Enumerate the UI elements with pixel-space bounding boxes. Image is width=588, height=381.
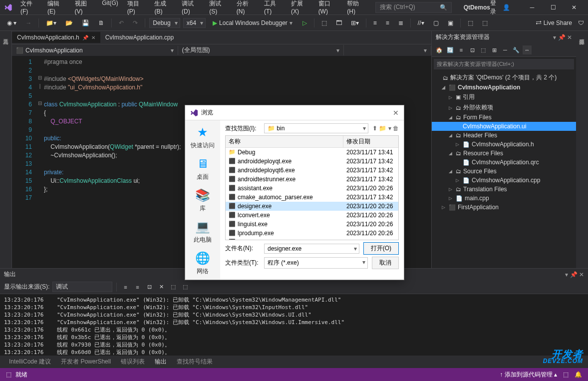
btab-output[interactable]: 输出	[150, 356, 172, 368]
output-text[interactable]: 13:23:20:176 "CvImshowApplication.exe" (…	[0, 294, 588, 356]
save-icon[interactable]: 💾	[79, 18, 92, 28]
redo-icon[interactable]: ↷	[130, 18, 141, 28]
nav-icons[interactable]: ⬆ 📁 ▾ 🗑	[372, 125, 399, 132]
tool-icon[interactable]: ≡	[457, 45, 466, 54]
search-box[interactable]: 搜索 (Ctrl+Q) 🔍	[375, 2, 451, 13]
out-tool-icon[interactable]: ⬚	[181, 283, 190, 292]
close-tab-icon[interactable]: ✕	[91, 35, 95, 40]
dialog-close-icon[interactable]: ✕	[393, 109, 399, 117]
server-tab[interactable]: 服务器资源	[576, 31, 588, 39]
menu-build[interactable]: 生成(B)	[150, 0, 177, 17]
tb-icon-2[interactable]: 🗔	[333, 18, 345, 28]
tb-icon-10[interactable]: ⬚	[465, 18, 476, 28]
place-quick[interactable]: ★快速访问	[191, 124, 215, 150]
file-row[interactable]: ⬛assistant.exe2023/11/20 20:26	[226, 184, 398, 193]
tb-icon-8[interactable]: ▢	[430, 18, 442, 28]
start-debug-button[interactable]: ▶ Local Windows Debugger ▾	[209, 18, 296, 27]
nav-member-combo[interactable]: (全局范围)▾	[178, 45, 344, 55]
out-tool-icon[interactable]: ⊡	[145, 283, 154, 292]
notifications-icon[interactable]: 🔔	[575, 371, 582, 378]
pin-icon[interactable]: 📌	[82, 35, 88, 40]
nav-empty-combo[interactable]: ▾	[344, 46, 431, 55]
solution-search[interactable]: 搜索解决方案资源管理器(Ctrl+;)	[434, 59, 574, 69]
file-row[interactable]: ⬛cmake_automoc_parser.exe2023/11/17 13:4…	[226, 193, 398, 202]
cancel-button[interactable]: 取消	[372, 257, 399, 269]
solution-tree[interactable]: 🗂 解决方案 'QtDemos' (2 个项目，共 2 个) ◢⬛ CvImsh…	[432, 71, 576, 287]
filetype-combo[interactable]: 程序 (*.exe)	[264, 257, 368, 269]
tb-icon-1[interactable]: ⬚	[318, 18, 330, 28]
undo-icon[interactable]: ↶	[116, 18, 127, 28]
toolbox-tab[interactable]: 工具箱	[0, 31, 11, 39]
file-row[interactable]: ⬛androiddeployqt6.exe2023/11/17 13:42	[226, 166, 398, 175]
tab-cvimshow-h[interactable]: CvImshowApplication.h 📌 ✕	[12, 32, 100, 43]
user-icon[interactable]: 👤	[503, 4, 510, 11]
tb-icon-9[interactable]: ▣	[445, 18, 456, 28]
place-lib[interactable]: 📚库	[195, 187, 211, 213]
file-row[interactable]: ⬛androidtestrunner.exe2023/11/17 13:42	[226, 175, 398, 184]
tool-icon[interactable]: ─	[501, 45, 510, 54]
file-row[interactable]: ⬛androiddeployqt.exe2023/11/17 13:42	[226, 157, 398, 166]
nav-back-icon[interactable]: ◉ ▾	[4, 18, 19, 28]
btab-intellicode[interactable]: IntelliCode 建议	[4, 356, 56, 368]
file-row[interactable]: ⬛lconvert.exe2023/11/20 20:26	[226, 211, 398, 220]
menu-help[interactable]: 帮助(H)	[343, 0, 369, 17]
maximize-button[interactable]: ☐	[543, 0, 563, 14]
menu-window[interactable]: 窗口(W)	[314, 0, 342, 17]
live-share-button[interactable]: ⮂ Live Share 🛡	[536, 19, 584, 26]
close-button[interactable]: ✕	[564, 0, 584, 14]
file-row[interactable]: 📁Debug2023/11/17 13:41	[226, 148, 398, 157]
tool-icon[interactable]: ⊡	[468, 45, 477, 54]
tb-icon-6[interactable]: ≣	[395, 18, 406, 28]
menu-git[interactable]: Git(G)	[98, 0, 122, 17]
menu-debug[interactable]: 调试(D)	[178, 0, 204, 17]
tab-cvimshow-cpp[interactable]: CvImshowApplication.cpp	[100, 32, 179, 43]
new-project-icon[interactable]: 📁▾	[43, 18, 59, 28]
minimize-button[interactable]: ─	[522, 0, 542, 14]
file-list[interactable]: 名称修改日期 📁Debug2023/11/17 13:41⬛androiddep…	[225, 135, 399, 240]
btab-find[interactable]: 查找符号结果	[172, 356, 218, 368]
wrench-icon[interactable]: 🔧	[512, 45, 521, 54]
place-pc[interactable]: 💻此电脑	[194, 219, 212, 244]
menu-view[interactable]: 视图(V)	[71, 0, 97, 17]
open-icon[interactable]: 📂	[62, 18, 76, 28]
login-button[interactable]: 登录	[490, 0, 497, 16]
tool-icon[interactable]: ⊞	[490, 45, 499, 54]
file-row[interactable]: ⬛designer.exe2023/11/20 20:26	[226, 202, 398, 211]
tb-icon-7[interactable]: //▾	[415, 18, 427, 28]
nav-scope-combo[interactable]: ⬛CvImshowApplication▾	[12, 46, 178, 55]
menu-tools[interactable]: 工具(T)	[260, 0, 286, 17]
menu-edit[interactable]: 编辑(E)	[43, 0, 70, 17]
out-tool-icon[interactable]: ≡	[121, 283, 130, 292]
file-row[interactable]: ⬛lprodump.exe2023/11/20 20:26	[226, 229, 398, 238]
sync-icon[interactable]: 🔄	[446, 45, 455, 54]
status-icon[interactable]: ⬚	[563, 371, 569, 378]
file-row[interactable]: ⬛linguist.exe2023/11/20 20:26	[226, 220, 398, 229]
open-button[interactable]: 打开(O)	[363, 242, 399, 255]
tb-icon-3[interactable]: ⊞▾	[348, 18, 362, 28]
menu-test[interactable]: 测试(S)	[205, 0, 232, 17]
file-row[interactable]: ⬛lrelease.exe2023/11/20 20:26	[226, 238, 398, 240]
config-combo[interactable]: Debug	[149, 18, 180, 28]
add-source-control[interactable]: ↑ 添加到源代码管理 ▴	[500, 371, 557, 379]
tb-icon-4[interactable]: ≡	[370, 18, 380, 28]
save-all-icon[interactable]: 🗎	[95, 18, 107, 28]
menu-analyze[interactable]: 分析(N)	[233, 0, 259, 17]
tb-icon-5[interactable]: ≡	[383, 18, 392, 28]
tool-icon[interactable]: ⬚	[479, 45, 488, 54]
menu-project[interactable]: 项目(P)	[123, 0, 150, 17]
place-desktop[interactable]: 🖥桌面	[195, 156, 211, 181]
out-tool-icon[interactable]: ✕	[157, 283, 166, 292]
home-icon[interactable]: 🏠	[435, 45, 444, 54]
panel-dropdown-icon[interactable]: ▾ 📌 ✕	[553, 34, 572, 41]
nav-fwd-icon[interactable]: →	[22, 18, 34, 28]
tool-icon[interactable]: ↔	[523, 45, 532, 54]
menu-extensions[interactable]: 扩展(X)	[287, 0, 313, 17]
btab-powershell[interactable]: 开发者 PowerShell	[56, 356, 116, 368]
lookin-combo[interactable]: 📁 bin	[264, 123, 368, 133]
platform-combo[interactable]: x64	[183, 18, 206, 28]
start-nodebug-icon[interactable]: ▷	[299, 18, 310, 28]
place-net[interactable]: 🌐网络	[195, 250, 211, 276]
menu-file[interactable]: 文件(F)	[16, 0, 42, 17]
tb-icon-11[interactable]: ⬚	[479, 18, 491, 28]
output-source-combo[interactable]: 调试	[52, 282, 112, 292]
